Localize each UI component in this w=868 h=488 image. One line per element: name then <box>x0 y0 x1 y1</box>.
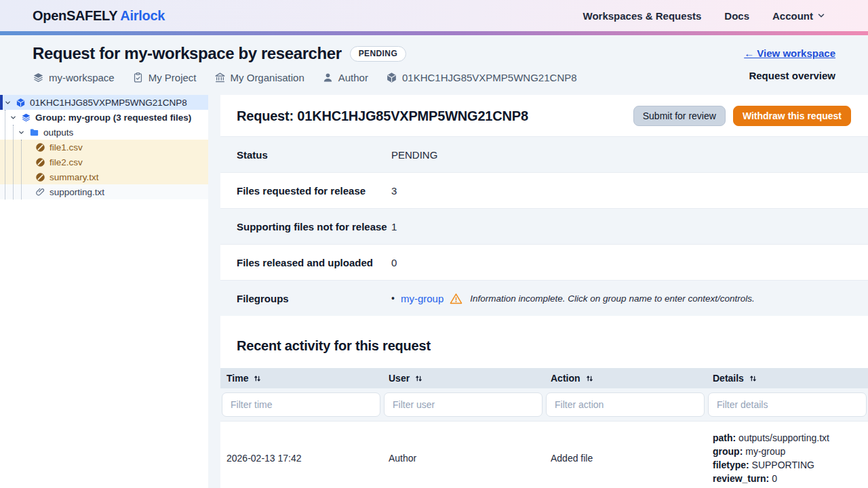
tree-guide-line <box>21 140 22 199</box>
page-header: Request for my-workspace by researcher P… <box>0 35 868 95</box>
request-main-panel: Request: 01KHC1HJG85VXPMP5WNG21CNP8 Subm… <box>220 95 868 488</box>
warning-icon <box>450 292 462 305</box>
pending-file-icon <box>35 157 45 167</box>
folder-icon <box>29 127 39 138</box>
nav-account-label: Account <box>772 10 813 22</box>
summary-value: 1 <box>391 221 397 232</box>
column-header-user[interactable]: User <box>382 373 545 384</box>
breadcrumb-author: Author <box>322 72 368 83</box>
tree-item-outputs-folder[interactable]: outputs <box>0 125 208 140</box>
breadcrumb: my-workspace My Project My Organisation … <box>33 72 577 83</box>
submit-for-review-button[interactable]: Submit for review <box>633 106 726 126</box>
nav-docs[interactable]: Docs <box>724 10 749 22</box>
top-navbar: OpenSAFELY Airlock Workspaces & Requests… <box>0 0 868 31</box>
detail-line: review_turn: 0 <box>713 472 868 485</box>
tree-guide-line <box>13 125 14 199</box>
sort-icon <box>414 374 423 383</box>
column-header-action[interactable]: Action <box>545 373 707 384</box>
sort-icon <box>585 374 594 383</box>
column-label: User <box>389 373 410 384</box>
activity-row: 2026-02-13 17:42 Author Added file path:… <box>220 421 868 488</box>
summary-label: Filegroups <box>237 293 391 304</box>
summary-label: Files requested for release <box>237 185 391 197</box>
view-workspace-link[interactable]: ← View workspace <box>744 47 835 59</box>
summary-row-status: Status PENDING <box>220 136 868 172</box>
breadcrumb-author-label: Author <box>338 72 368 83</box>
app-logo[interactable]: OpenSAFELY Airlock <box>33 8 165 24</box>
tree-item-request-root[interactable]: 01KHC1HJG85VXPMP5WNG21CNP8 <box>0 95 208 110</box>
breadcrumb-organisation: My Organisation <box>214 72 304 83</box>
nav-menu: Workspaces & Requests Docs Account <box>583 10 826 22</box>
breadcrumb-workspace-label: my-workspace <box>49 72 115 83</box>
file-tree-sidebar: 01KHC1HJG85VXPMP5WNG21CNP8 Group: my-gro… <box>0 95 208 488</box>
chevron-down-icon <box>4 99 12 106</box>
filter-time-input[interactable] <box>222 392 380 417</box>
tree-item-label: file2.csv <box>50 157 83 167</box>
column-header-time[interactable]: Time <box>220 373 382 384</box>
summary-label: Status <box>237 149 391 161</box>
logo-primary: OpenSAFELY <box>33 8 117 23</box>
column-header-details[interactable]: Details <box>707 373 868 384</box>
breadcrumb-request-id-label: 01KHC1HJG85VXPMP5WNG21CNP8 <box>402 72 577 83</box>
request-overview-label: Request overview <box>749 70 835 81</box>
activity-time: 2026-02-13 17:42 <box>220 431 382 485</box>
activity-table-header: Time User Action Details <box>220 368 868 388</box>
summary-value: 3 <box>391 185 397 197</box>
summary-row-filegroups: Filegroups • my-group Information incomp… <box>220 280 868 316</box>
paperclip-icon <box>35 187 45 197</box>
filter-action-input[interactable] <box>546 392 705 417</box>
tree-item-label: 01KHC1HJG85VXPMP5WNG21CNP8 <box>30 98 187 108</box>
summary-row-supporting-files: Supporting files not for release 1 <box>220 208 868 244</box>
tree-item-file2[interactable]: file2.csv <box>0 155 208 169</box>
sort-icon <box>253 374 262 383</box>
cube-icon <box>16 98 26 108</box>
tree-item-group[interactable]: Group: my-group (3 requested files) <box>0 110 208 125</box>
tree-item-supporting[interactable]: supporting.txt <box>0 184 208 199</box>
chevron-down-icon <box>816 11 826 20</box>
request-heading: Request: 01KHC1HJG85VXPMP5WNG21CNP8 <box>237 108 528 124</box>
activity-user: Author <box>382 431 545 485</box>
chevron-down-icon <box>9 114 17 121</box>
tree-item-label: file1.csv <box>50 142 83 152</box>
layers-icon <box>21 113 31 123</box>
pending-file-icon <box>35 172 45 182</box>
summary-label: Files released and uploaded <box>237 257 391 268</box>
column-label: Details <box>713 373 744 384</box>
detail-line: group: my-group <box>713 445 868 458</box>
breadcrumb-organisation-label: My Organisation <box>231 72 304 83</box>
breadcrumb-project-label: My Project <box>149 72 197 83</box>
filter-details-input[interactable] <box>708 392 867 417</box>
breadcrumb-project: My Project <box>132 72 197 83</box>
summary-value: 0 <box>391 257 397 268</box>
activity-table: Time User Action Details <box>220 368 868 488</box>
chevron-down-icon <box>18 129 25 136</box>
tree-item-label: supporting.txt <box>50 187 104 197</box>
activity-section-heading: Recent activity for this request <box>237 338 868 354</box>
summary-value: PENDING <box>391 149 437 161</box>
tree-item-summary[interactable]: summary.txt <box>0 169 208 184</box>
breadcrumb-workspace: my-workspace <box>33 72 115 83</box>
page-title: Request for my-workspace by researcher <box>33 44 342 63</box>
activity-details: path: outputs/supporting.txt group: my-g… <box>707 431 868 485</box>
pending-file-icon <box>35 142 45 152</box>
layers-icon <box>33 72 44 83</box>
detail-line: path: outputs/supporting.txt <box>713 431 868 445</box>
withdraw-request-button[interactable]: Withdraw this request <box>733 106 851 126</box>
tree-item-file1[interactable]: file1.csv <box>0 140 208 155</box>
content-area: 01KHC1HJG85VXPMP5WNG21CNP8 Group: my-gro… <box>0 95 868 488</box>
clipboard-icon <box>132 72 144 83</box>
summary-label: Supporting files not for release <box>237 221 391 232</box>
nav-workspaces-requests[interactable]: Workspaces & Requests <box>583 10 702 22</box>
summary-row-files-requested: Files requested for release 3 <box>220 172 868 208</box>
filter-user-input[interactable] <box>384 392 542 417</box>
nav-account-menu[interactable]: Account <box>772 10 826 22</box>
request-summary-table: Status PENDING Files requested for relea… <box>220 136 868 316</box>
status-badge: PENDING <box>350 46 406 62</box>
filegroup-link[interactable]: my-group <box>401 293 443 304</box>
activity-filter-row <box>220 388 868 421</box>
tree-item-label: summary.txt <box>50 172 99 182</box>
list-bullet: • <box>391 293 395 304</box>
logo-accent: Airlock <box>120 8 165 23</box>
column-label: Action <box>551 373 580 384</box>
activity-action: Added file <box>545 431 707 485</box>
